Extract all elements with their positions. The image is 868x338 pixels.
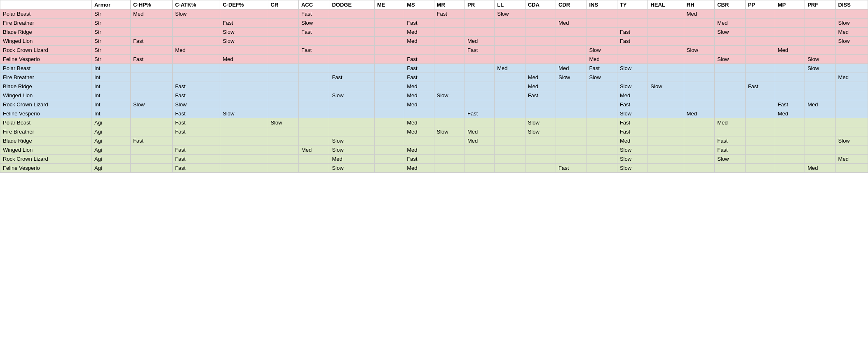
stat-value: Med (404, 146, 434, 155)
stat-value: Fast (404, 19, 434, 28)
stat-value (464, 100, 494, 109)
stat-value (268, 9, 298, 19)
creature-name: Polar Beast (0, 118, 92, 127)
column-header: DODGE (329, 0, 375, 9)
stat-value (586, 164, 617, 173)
stat-value (495, 46, 525, 55)
stat-value (298, 136, 329, 146)
stat-value (268, 91, 298, 100)
stat-value: Fast (130, 55, 172, 64)
stat-value: Fast (745, 82, 775, 91)
stat-value: Fast (172, 91, 220, 100)
stat-value (172, 73, 220, 82)
stat-value: Med (404, 28, 434, 37)
stat-value (298, 73, 329, 82)
stat-value (464, 146, 494, 155)
stat-value (434, 136, 464, 146)
stat-value: Fast (220, 19, 268, 28)
stat-value (745, 109, 775, 118)
stat-value (464, 9, 494, 19)
stat-value (684, 28, 714, 37)
header-row: ArmorC-HP%C-ATK%C-DEF%CRACCDODGEMEMSMRPR… (0, 0, 868, 9)
stat-value (130, 91, 172, 100)
stat-value (298, 127, 329, 136)
stat-value (805, 28, 835, 37)
stat-value (268, 37, 298, 46)
stat-value (495, 109, 525, 118)
stat-value (648, 73, 684, 82)
stat-value (586, 118, 617, 127)
stat-value: Med (617, 136, 647, 146)
stat-value (329, 28, 375, 37)
stat-value (130, 28, 172, 37)
stat-value: Med (835, 28, 868, 37)
stat-value (715, 73, 745, 82)
stat-value (172, 55, 220, 64)
stat-value (268, 82, 298, 91)
stat-value (404, 136, 434, 146)
stat-value (525, 155, 556, 164)
stat-value (715, 9, 745, 19)
stat-value (220, 127, 268, 136)
stat-value: Fast (404, 55, 434, 64)
stat-value: Med (775, 109, 805, 118)
stat-value: Med (404, 127, 434, 136)
stat-value (130, 73, 172, 82)
stat-value (684, 118, 714, 127)
armor-type: Str (91, 37, 130, 46)
stat-value (268, 136, 298, 146)
stat-value (434, 64, 464, 73)
column-header: MR (434, 0, 464, 9)
stat-value: Fast (298, 9, 329, 19)
stat-value (329, 118, 375, 127)
stat-value (220, 155, 268, 164)
stat-value (525, 37, 556, 46)
stat-value (648, 64, 684, 73)
stat-value: Med (805, 100, 835, 109)
stat-value (775, 73, 805, 82)
stat-value (648, 28, 684, 37)
column-header: PRF (805, 0, 835, 9)
stat-value (775, 155, 805, 164)
stat-value (268, 146, 298, 155)
column-header: TY (617, 0, 647, 9)
stat-value (375, 118, 404, 127)
stat-value: Med (404, 82, 434, 91)
stat-value (648, 164, 684, 173)
stat-value (586, 100, 617, 109)
stat-value (835, 118, 868, 127)
armor-type: Agi (91, 127, 130, 136)
stat-value: Fast (298, 46, 329, 55)
stat-value (586, 146, 617, 155)
stat-value: Med (404, 118, 434, 127)
stat-value (130, 46, 172, 55)
stat-value (329, 100, 375, 109)
column-header: CDA (525, 0, 556, 9)
stat-value (434, 55, 464, 64)
stat-value (495, 28, 525, 37)
stat-value (525, 19, 556, 28)
stat-value (586, 127, 617, 136)
stat-value (298, 37, 329, 46)
table-row: Blade RidgeIntFastMedMedSlowSlowFast (0, 82, 868, 91)
stat-value (648, 146, 684, 155)
stat-value (745, 19, 775, 28)
stat-value (464, 55, 494, 64)
stat-value (375, 127, 404, 136)
stat-value: Slow (220, 109, 268, 118)
stat-value (375, 64, 404, 73)
stat-value: Slow (715, 28, 745, 37)
armor-type: Int (91, 73, 130, 82)
stat-value: Slow (172, 100, 220, 109)
stat-value (775, 37, 805, 46)
stat-value (775, 28, 805, 37)
stat-value: Fast (617, 127, 647, 136)
stat-value (775, 118, 805, 127)
stat-value: Fast (464, 109, 494, 118)
stat-value (434, 109, 464, 118)
stat-value: Med (556, 64, 586, 73)
stat-value: Fast (172, 164, 220, 173)
stat-value (835, 46, 868, 55)
stat-value: Slow (525, 118, 556, 127)
stat-value: Fast (586, 64, 617, 73)
